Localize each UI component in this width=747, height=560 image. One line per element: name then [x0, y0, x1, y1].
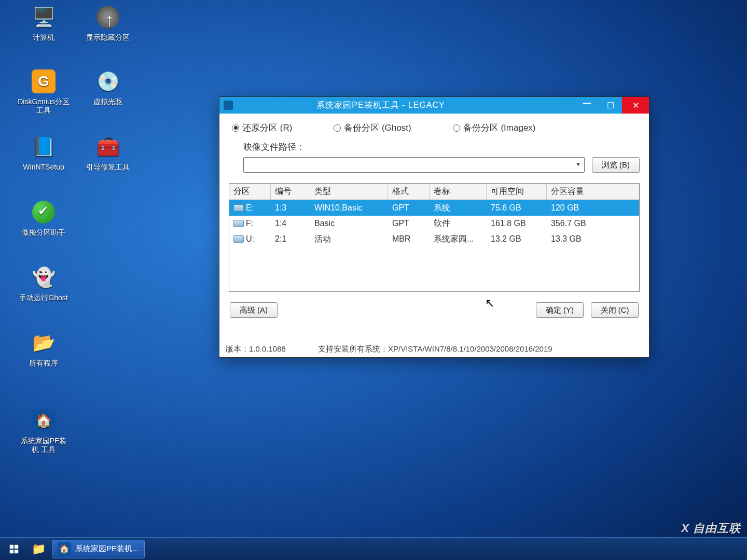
- cell-size: 120 GB: [547, 202, 609, 214]
- browse-button[interactable]: 浏览 (B): [592, 157, 640, 173]
- col-format: 格式: [388, 184, 430, 200]
- ghost-icon: [30, 263, 58, 291]
- desktop-icon-all-programs[interactable]: 所有程序: [18, 329, 70, 368]
- minimize-button[interactable]: —: [575, 97, 599, 114]
- icon-label: WinNTSetup: [18, 163, 70, 172]
- taskbar-app-label: 系统家园PE装机...: [75, 544, 139, 554]
- icon-label: 引导修复工具: [82, 163, 134, 172]
- radio-dot-icon: [453, 124, 460, 132]
- drive-icon: [233, 204, 244, 212]
- watermark: X 自由互联: [681, 521, 741, 536]
- cell-number: 2:1: [271, 233, 310, 245]
- folder-icon: [30, 329, 58, 357]
- icon-label: 系统家园PE装机 工具: [18, 437, 70, 454]
- window-controls: — ☐ ✕: [575, 97, 649, 114]
- icon-label: 虚拟光驱: [82, 97, 134, 106]
- col-number: 编号: [271, 184, 310, 200]
- icon-label: 傲梅分区助手: [18, 228, 70, 237]
- windows-icon: [8, 543, 20, 555]
- desktop-icon-show-hidden[interactable]: 显示隐藏分区: [82, 3, 134, 42]
- desktop-icon-diskgenius[interactable]: G DiskGenius分区工具: [18, 67, 70, 115]
- table-row[interactable]: E: 1:3 WIN10,Basic GPT 系统 75.6 GB 120 GB: [229, 200, 639, 216]
- window-client: 还原分区 (R) 备份分区 (Ghost) 备份分区 (Imagex) 映像文件…: [219, 114, 649, 318]
- cell-number: 1:4: [271, 217, 310, 230]
- radio-label: 备份分区 (Imagex): [463, 122, 536, 134]
- show-hidden-icon: [94, 3, 122, 31]
- desktop-icon-computer[interactable]: 计算机: [18, 3, 70, 42]
- col-size: 分区容量: [547, 184, 609, 200]
- col-free: 可用空间: [487, 184, 547, 200]
- house-icon: [30, 407, 58, 435]
- radio-label: 还原分区 (R): [242, 122, 292, 134]
- cell-volume: 系统: [430, 201, 487, 215]
- cell-size: 356.7 GB: [547, 217, 609, 230]
- cell-format: MBR: [388, 233, 430, 245]
- radio-backup-ghost[interactable]: 备份分区 (Ghost): [334, 122, 411, 134]
- cell-volume: 系统家园...: [430, 232, 487, 246]
- toolbox-icon: [94, 133, 122, 161]
- col-type: 类型: [310, 184, 388, 200]
- icon-label: 所有程序: [18, 359, 70, 368]
- cell-partition: E:: [229, 202, 271, 214]
- close-button[interactable]: ✕: [622, 97, 649, 114]
- ok-button[interactable]: 确定 (Y): [536, 302, 584, 318]
- pe-installer-window: 系统家园PE装机工具 - LEGACY — ☐ ✕ 还原分区 (R) 备份分区 …: [219, 96, 649, 358]
- desktop-icon-pe-tool[interactable]: 系统家园PE装机 工具: [18, 407, 70, 454]
- col-partition: 分区: [229, 184, 271, 200]
- desktop-icon-aomei[interactable]: 傲梅分区助手: [18, 198, 70, 237]
- cell-number: 1:3: [271, 202, 310, 214]
- cell-size: 13.3 GB: [547, 233, 609, 245]
- version-text: 版本：1.0.0.1088: [226, 344, 286, 354]
- cell-partition: F:: [229, 217, 271, 230]
- drive-icon: [233, 235, 244, 243]
- monitor-icon: [30, 3, 58, 31]
- desktop-icon-boot-repair[interactable]: 引导修复工具: [82, 133, 134, 172]
- button-row: 高级 (A) 确定 (Y) 关闭 (C): [229, 302, 640, 318]
- cell-partition: U:: [229, 233, 271, 245]
- table-row[interactable]: F: 1:4 Basic GPT 软件 161.8 GB 356.7 GB: [229, 216, 639, 231]
- icon-label: 显示隐藏分区: [82, 33, 134, 42]
- radio-restore[interactable]: 还原分区 (R): [232, 122, 292, 134]
- taskbar-app-pe-tool[interactable]: 系统家园PE装机...: [52, 540, 145, 558]
- cell-free: 161.8 GB: [487, 217, 547, 230]
- col-volume: 卷标: [430, 184, 487, 200]
- advanced-button[interactable]: 高级 (A): [230, 302, 278, 318]
- harddisk-icon: [30, 133, 58, 161]
- window-title: 系统家园PE装机工具 - LEGACY: [233, 100, 575, 111]
- cell-volume: 软件: [430, 217, 487, 231]
- table-header: 分区 编号 类型 格式 卷标 可用空间 分区容量: [229, 184, 639, 200]
- check-icon: [30, 198, 58, 226]
- image-path-label-row: 映像文件路径：: [229, 141, 640, 153]
- cell-type: Basic: [310, 217, 388, 230]
- maximize-button[interactable]: ☐: [599, 97, 622, 114]
- support-text: 支持安装所有系统：XP/VISTA/WIN7/8/8.1/10/2003/200…: [318, 344, 649, 354]
- close-button[interactable]: 关闭 (C): [591, 302, 639, 318]
- taskbar-explorer-icon[interactable]: [28, 540, 49, 558]
- mode-radios: 还原分区 (R) 备份分区 (Ghost) 备份分区 (Imagex): [229, 122, 640, 134]
- cell-free: 75.6 GB: [487, 202, 547, 214]
- partition-table: 分区 编号 类型 格式 卷标 可用空间 分区容量 E: 1:3 WIN10,Ba…: [229, 183, 640, 292]
- table-row[interactable]: U: 2:1 活动 MBR 系统家园... 13.2 GB 13.3 GB: [229, 231, 639, 247]
- titlebar[interactable]: 系统家园PE装机工具 - LEGACY — ☐ ✕: [219, 97, 649, 114]
- desktop-icon-winntsetup[interactable]: WinNTSetup: [18, 133, 70, 172]
- radio-label: 备份分区 (Ghost): [344, 122, 411, 134]
- cell-type: 活动: [310, 232, 388, 246]
- image-path-combo[interactable]: [243, 157, 585, 173]
- desktop-icon-virtual-cd[interactable]: 虚拟光驱: [82, 67, 134, 106]
- cell-format: GPT: [388, 217, 430, 230]
- radio-dot-icon: [334, 124, 341, 132]
- radio-backup-imagex[interactable]: 备份分区 (Imagex): [453, 122, 536, 134]
- cd-icon: [94, 67, 122, 95]
- radio-dot-icon: [232, 124, 239, 132]
- drive-icon: [233, 220, 244, 227]
- start-button[interactable]: [0, 538, 28, 561]
- cell-format: GPT: [388, 202, 430, 214]
- image-path-row: 浏览 (B): [229, 157, 640, 173]
- desktop-icon-ghost[interactable]: 手动运行Ghost: [18, 263, 70, 302]
- diskgenius-icon: G: [30, 67, 58, 95]
- taskbar: 系统家园PE装机...: [0, 537, 747, 560]
- cell-free: 13.2 GB: [487, 233, 547, 245]
- icon-label: 计算机: [18, 33, 70, 42]
- icon-label: 手动运行Ghost: [18, 293, 70, 302]
- image-path-label: 映像文件路径：: [243, 141, 305, 153]
